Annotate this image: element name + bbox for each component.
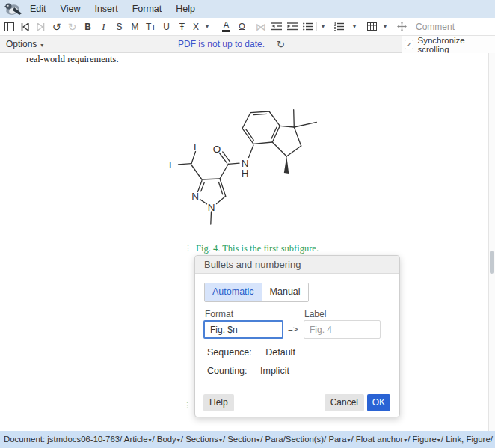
cancel-button[interactable]: Cancel [325, 394, 364, 411]
app-window: Edit View Insert Format Help ↺ ↻ B I S M… [0, 0, 495, 448]
menu-format[interactable]: Format [132, 4, 162, 14]
table-icon[interactable] [364, 19, 380, 35]
dialog-tabs: Automatic Manual [204, 283, 309, 302]
label-field-label: Label [304, 309, 326, 319]
breadcrumb-item-body[interactable]: Body▾/ [157, 435, 183, 444]
breadcrumb-item-float-anchor[interactable]: Float anchor▾/ [356, 435, 411, 444]
help-button[interactable]: Help [203, 394, 234, 411]
atom-label-n-ring-left: N [191, 191, 199, 202]
redo-icon[interactable]: ↻ [64, 19, 80, 35]
app-logo-bird-icon [4, 1, 23, 16]
drag-handle-icon[interactable]: ⋮ [184, 243, 192, 254]
tab-manual[interactable]: Manual [262, 283, 308, 301]
sync-scrolling-checkbox[interactable]: ✓ [405, 40, 413, 49]
format-field-label: Format [205, 309, 233, 319]
pdf-status-text[interactable]: PDF is not up to date. [178, 39, 265, 49]
breadcrumb-item-sections[interactable]: Sections▾/ [185, 435, 225, 444]
tab-automatic[interactable]: Automatic [205, 283, 262, 301]
options-bar: Options▾ PDF is not up to date. ↻ ✓ Sync… [0, 36, 495, 53]
options-dropdown[interactable]: Options▾ [6, 36, 43, 52]
atom-label-h-amide: H [242, 168, 249, 179]
atom-label-f-top: F [194, 141, 200, 153]
underline-button[interactable]: U [159, 19, 174, 35]
skip-previous-icon[interactable] [17, 19, 33, 35]
font-color-letter: A [222, 22, 230, 32]
strike-style-button[interactable]: S [111, 19, 127, 35]
check-icon: ✓ [406, 40, 412, 49]
comment-button[interactable]: Comment [416, 22, 455, 32]
toolbar-divider [316, 22, 317, 31]
toolbar-divider [348, 22, 348, 31]
label-preview-input[interactable] [304, 320, 381, 339]
menu-insert[interactable]: Insert [94, 4, 117, 14]
vertical-scrollbar-track[interactable] [488, 53, 495, 431]
atom-label-o: O [213, 144, 221, 155]
atom-label-n-ring-bottom: N [208, 202, 215, 213]
bowtie-icon[interactable]: ⋈ [253, 19, 268, 35]
counting-label: Counting: [207, 366, 248, 376]
bold-button[interactable]: B [80, 19, 96, 35]
markup-m-button[interactable]: M [127, 19, 143, 35]
sequence-label: Sequence: [207, 347, 252, 358]
maps-to-arrow: => [288, 325, 298, 334]
breadcrumb-item-para[interactable]: Para▾/ [328, 435, 353, 444]
bullet-list-dropdown-icon[interactable]: ▾ [318, 19, 328, 35]
figure-caption[interactable]: ⋮ Fig. 4. This is the first subfigure. [184, 243, 319, 254]
options-caret-icon: ▾ [40, 42, 43, 49]
font-color-button[interactable]: A [218, 19, 234, 35]
counting-value: Implicit [260, 366, 289, 376]
refresh-pdf-icon[interactable]: ↻ [277, 40, 285, 49]
italic-button[interactable]: I [96, 19, 111, 35]
menu-edit[interactable]: Edit [30, 4, 46, 14]
table-dropdown-icon[interactable]: ▾ [380, 19, 390, 35]
undo-icon[interactable]: ↺ [49, 19, 64, 35]
special-character-button[interactable]: Ω [234, 19, 250, 35]
smallcaps-button[interactable]: Tт [143, 19, 159, 35]
vertical-scrollbar-thumb[interactable] [490, 251, 494, 274]
bullets-numbering-dialog: Bullets and numbering Automatic Manual F… [194, 255, 400, 417]
skip-next-icon[interactable] [33, 19, 49, 35]
chemical-structure-figure[interactable]: F F O N H N N [135, 97, 344, 239]
x-style-dropdown-icon[interactable]: ▾ [202, 19, 212, 35]
t-stroke-button[interactable]: Ŧ [174, 19, 190, 35]
bullet-list-icon[interactable] [300, 19, 316, 35]
numbered-list-dropdown-icon[interactable]: ▾ [349, 19, 360, 35]
breadcrumb-bar: Document: jstmdocs06-10-763/ Article▾/ B… [0, 431, 495, 448]
menu-bar: Edit View Insert Format Help [0, 0, 495, 18]
dialog-title: Bullets and numbering [195, 256, 399, 274]
figure-caption-text[interactable]: Fig. 4. This is the first subfigure. [196, 243, 319, 254]
sync-scrolling-control: ✓ Synchronize scrolling [402, 36, 495, 53]
breadcrumb-item-article[interactable]: Article▾/ [124, 435, 155, 444]
breadcrumb-item-para-sections[interactable]: Para/Section(s)/ [265, 435, 327, 444]
ok-button[interactable]: OK [367, 394, 390, 411]
indent-increase-icon[interactable] [284, 19, 300, 35]
menu-help[interactable]: Help [176, 4, 195, 14]
x-style-button[interactable]: X [190, 19, 202, 35]
breadcrumb-item-link-figure[interactable]: Link, Figure/ [446, 435, 493, 444]
atom-label-f-left: F [169, 159, 175, 171]
menu-view[interactable]: View [61, 4, 81, 14]
drag-handle-icon[interactable]: ⋮ [183, 400, 191, 411]
indent-decrease-icon[interactable] [268, 19, 284, 35]
formatting-toolbar: ↺ ↻ B I S M Tт U Ŧ X ▾ A Ω ⋈ ▾ ▾ ▾ [0, 18, 495, 36]
document-canvas[interactable]: real-world requirements. [0, 53, 495, 431]
wedge-bond [284, 156, 289, 174]
move-anchor-icon[interactable] [394, 19, 410, 35]
breadcrumb-item-figure[interactable]: Figure▾/ [413, 435, 443, 444]
sync-scrolling-label: Synchronize scrolling [417, 36, 495, 54]
format-input[interactable] [203, 320, 283, 339]
breadcrumb-prefix: Document: jstmdocs06-10-763/ [4, 435, 122, 444]
options-label: Options [6, 39, 37, 49]
sidebar-toggle-icon[interactable] [1, 19, 17, 35]
document-paragraph[interactable]: real-world requirements. [26, 54, 119, 65]
sequence-value: Default [265, 347, 295, 358]
breadcrumb-item-section[interactable]: Section▾/ [227, 435, 262, 444]
numbered-list-icon[interactable] [331, 19, 347, 35]
